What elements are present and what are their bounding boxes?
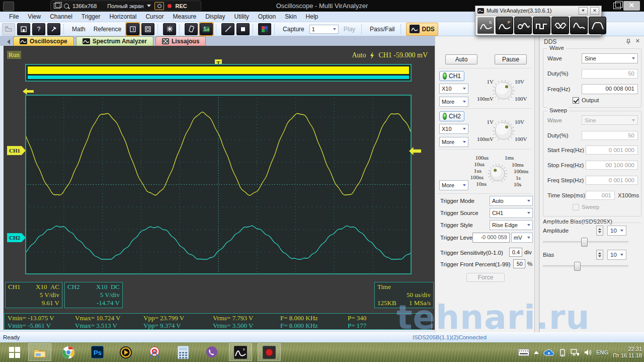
record-wave-tool-icon[interactable] [514, 17, 532, 34]
menu-display[interactable]: Display [201, 12, 229, 21]
save-icon[interactable] [17, 23, 30, 35]
help-icon[interactable]: ? [32, 23, 45, 35]
tray-expand-icon[interactable] [534, 351, 539, 354]
pin-icon[interactable] [626, 39, 631, 45]
tab-spectrum-analyzer[interactable]: Spectrum Analyzer [76, 36, 153, 46]
trigger-level-unit-select[interactable]: mV [511, 233, 533, 243]
camera-icon[interactable] [154, 2, 164, 10]
menu-option[interactable]: Option [254, 12, 280, 21]
launcher-close-icon[interactable]: ✕ [590, 7, 599, 15]
snowflake-icon[interactable] [163, 23, 176, 35]
trigger-front-input[interactable]: 50 [513, 259, 525, 268]
bias-slider[interactable] [543, 262, 628, 270]
menu-help[interactable]: Help [302, 12, 323, 21]
network-icon[interactable] [571, 349, 580, 356]
ch1-enable-button[interactable]: CH1 [439, 71, 464, 81]
sweep-wave-select[interactable]: Sine [582, 115, 638, 125]
menu-view[interactable]: View [24, 12, 45, 21]
taskbar-calculator[interactable] [172, 343, 195, 361]
bias-select[interactable]: 10 [607, 250, 626, 260]
line-style-icon[interactable] [221, 23, 234, 35]
output-checkbox[interactable] [573, 97, 579, 104]
ch2-volts-knob[interactable] [490, 117, 518, 145]
slider-thumb[interactable] [581, 238, 588, 247]
start-freq-input[interactable]: 0 001 000 [586, 146, 638, 155]
freq-input[interactable]: 00 008 001 [582, 84, 638, 94]
math-button[interactable]: Math [69, 26, 89, 33]
taskbar-photoshop[interactable]: Ps [86, 343, 109, 361]
start-button[interactable] [3, 343, 26, 361]
taskbar-recorder[interactable] [258, 343, 281, 361]
menu-measure[interactable]: Measure [169, 12, 200, 21]
usb-device-icon[interactable] [559, 348, 566, 356]
square-wave-tool-icon[interactable] [533, 17, 550, 34]
menu-horizontal[interactable]: Horizontal [105, 12, 140, 21]
ch1-more-select[interactable]: More [439, 97, 468, 107]
open-folder-icon[interactable] [2, 23, 15, 35]
recorder-mode-dropdown-icon[interactable] [147, 5, 151, 7]
tool-hammer-icon[interactable] [47, 23, 60, 35]
ch1-volts-knob[interactable] [490, 77, 518, 105]
amplitude-spinner[interactable] [596, 226, 603, 236]
ch2-more-select[interactable]: More [439, 137, 468, 147]
dds-close-icon[interactable]: ✕ [635, 38, 640, 44]
time-step-input[interactable]: 001 [586, 191, 615, 200]
trigger-mode-select[interactable]: Auto [490, 196, 533, 206]
amplitude-slider[interactable] [543, 238, 628, 246]
frame-icon[interactable] [141, 23, 154, 35]
amplitude-select[interactable]: 10 [607, 226, 626, 236]
slider-thumb[interactable] [574, 262, 581, 271]
touch-keyboard-icon[interactable] [518, 349, 529, 356]
tab-scroll-left-icon[interactable] [7, 39, 10, 44]
play-button[interactable]: Play [341, 26, 358, 33]
trigger-position-marker[interactable] [23, 88, 34, 95]
menu-file[interactable]: File [5, 12, 23, 21]
ch1-probe-select[interactable]: X10 [439, 84, 468, 94]
tab-oscilloscope[interactable]: Oscilloscope [13, 36, 74, 46]
recorder-mode[interactable]: Полный экран [107, 3, 143, 9]
panel-splitter[interactable] [534, 36, 539, 332]
magnifier-icon[interactable] [64, 4, 69, 9]
stop-freq-input[interactable]: 00 100 000 [586, 161, 638, 170]
timebase-knob[interactable] [486, 162, 510, 186]
bias-spinner[interactable] [596, 250, 603, 260]
menu-channel[interactable]: Channel [46, 12, 76, 21]
capture-count-select[interactable]: 1 [309, 25, 339, 34]
restore-window-icon[interactable] [613, 3, 621, 9]
menu-trigger[interactable]: Trigger [77, 12, 105, 21]
menu-skin[interactable]: Skin [281, 12, 300, 21]
filter-tool-icon[interactable] [589, 17, 606, 34]
passfail-button[interactable]: Pass/Fail [367, 26, 397, 33]
sweep-duty-input[interactable]: 50 [582, 131, 638, 140]
dds-toolbar-button[interactable]: DDS [406, 23, 438, 36]
launcher-collapse-icon[interactable] [579, 7, 588, 15]
spectrum-tool-icon[interactable]: P [496, 17, 513, 34]
launcher-titlebar[interactable]: Multi VirAnalyzer(3.10.6.1) ✕ [475, 6, 601, 16]
sweep-checkbox[interactable] [573, 204, 579, 210]
rec-label[interactable]: REC [175, 3, 187, 9]
taskbar-chrome[interactable] [57, 343, 80, 361]
trigger-level-input[interactable]: -0 000 059 [472, 233, 510, 243]
taskbar-aimp[interactable] [114, 343, 137, 361]
sweep-wave-tool-icon[interactable] [570, 17, 588, 34]
oscilloscope-tool-icon[interactable]: S [477, 17, 495, 34]
language-indicator[interactable]: ENG [596, 349, 608, 355]
display-image-icon[interactable] [200, 23, 213, 35]
tab-lissajous[interactable]: Lissajous [155, 36, 206, 46]
pause-button[interactable]: Pause [495, 54, 527, 64]
trigger-style-select[interactable]: Rise Edge [490, 220, 533, 230]
ch1-position-flag[interactable]: CH1 [7, 146, 26, 155]
taskbar-file-explorer[interactable] [28, 343, 51, 361]
trigger-sensitivity-input[interactable]: 0.4 [509, 248, 522, 257]
dual-wave-tool-icon[interactable] [551, 17, 569, 34]
panel-toggle-icon[interactable] [126, 23, 139, 35]
duty-input[interactable]: 50 [582, 69, 638, 79]
speaker-icon[interactable] [584, 349, 592, 356]
taskbar-viber[interactable] [200, 343, 223, 361]
freq-step-input[interactable]: 0 001 000 [586, 176, 638, 185]
clock[interactable]: 22:31 Пт 16.11.18 [613, 346, 642, 359]
onedrive-cloud-icon[interactable] [543, 349, 554, 356]
trigger-source-select[interactable]: CH1 [490, 208, 533, 218]
timebase-more-select[interactable]: More [439, 180, 468, 190]
close-window-button[interactable]: ✕ [623, 1, 640, 11]
